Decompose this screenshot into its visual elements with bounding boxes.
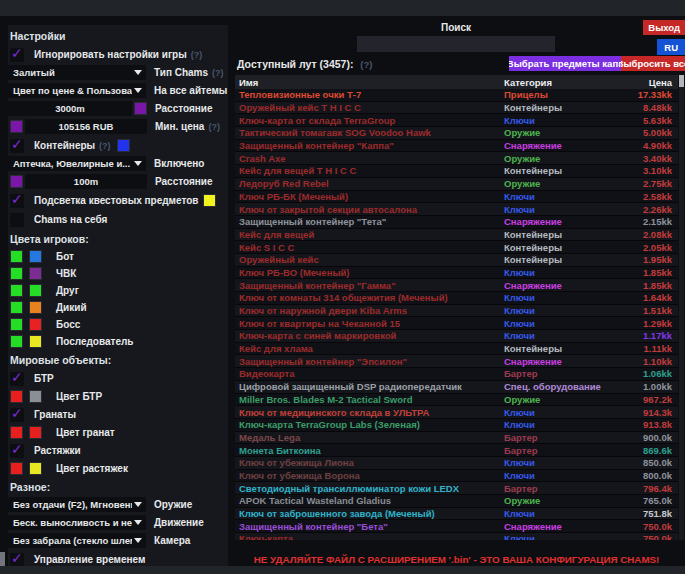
checkbox-row-chams-self[interactable]: Chams на себя [8,212,228,227]
loot-row[interactable]: Кейс для хламаКонтейнеры1.11kk [235,343,678,356]
loot-row[interactable]: Crash AxeОружие3.40kk [235,152,678,165]
checkbox-row-containers[interactable]: Контейнеры (?) [8,138,228,153]
min-price-input[interactable]: 105156 RUB [25,119,147,134]
hidden-color-swatch[interactable] [29,462,42,475]
language-button[interactable]: RU [657,39,685,55]
loot-row[interactable]: Miller Bros. Blades M-2 Tactical SwordОр… [235,394,678,407]
visible-color-swatch[interactable] [10,250,23,263]
loot-row[interactable]: Ключ РБ-ВО (Меченый)Ключи1.85kk [235,267,678,280]
visible-color-swatch[interactable] [10,267,23,280]
loot-row[interactable]: Ключ-карта с синей маркировкойКлючи1.17k… [235,330,678,343]
loot-row[interactable]: Ключ РБ-БК (Меченый)Ключи2.58kk [235,191,678,204]
min-price-color-swatch[interactable] [10,120,23,133]
loot-distance-color-swatch[interactable] [10,175,23,188]
checkbox-row-grenades[interactable]: Гранаты [8,407,228,422]
item-name: Ключ от квартиры на Чеканной 15 [235,318,504,329]
checkbox-quest-highlight[interactable] [10,194,24,208]
checkbox-row-quest-highlight[interactable]: Подсветка квестовых предметов [8,193,228,208]
loot-row[interactable]: Ключ-карта от склада TerraGroupКлючи5.63… [235,114,678,127]
checkbox-btr[interactable] [10,372,24,386]
loot-row[interactable]: Защищенный контейнер "Бета"Снаряжение750… [235,520,678,533]
loot-row[interactable]: Кейс для вещей T H I C CКонтейнеры3.10kk [235,165,678,178]
loot-row[interactable]: ВидеокартаБартер1.06kk [235,368,678,381]
loot-row[interactable]: Ключ-карта...Ключи750.0k [235,533,678,540]
drop-all-button[interactable]: Выбросить все [621,56,685,71]
column-header-name[interactable]: Имя [235,77,504,88]
column-header-category[interactable]: Категория [504,77,614,88]
checkbox-containers[interactable] [10,139,24,153]
loot-row[interactable]: Ключ-карта TerraGroup Labs (Зеленая)Ключ… [235,419,678,432]
weapon-dropdown[interactable]: Без отдачи (F2), Мгновенное п [8,497,146,512]
help-icon[interactable]: (?) [191,50,203,60]
loot-row[interactable]: Защищенный контейнер "Тета"Снаряжение2.1… [235,216,678,229]
checkbox-chams-self[interactable] [10,213,24,227]
help-icon[interactable]: (?) [360,59,372,70]
visible-color-swatch[interactable] [10,390,23,403]
hidden-color-swatch[interactable] [29,284,42,297]
select-kappa-button[interactable]: Выбрать предметы каппа [509,56,627,71]
loot-filter-dropdown[interactable]: Аптечка, Ювелирные и... [8,156,146,171]
hidden-color-swatch[interactable] [29,301,42,314]
loot-row[interactable]: Цифровой защищенный DSP радиопередатчикС… [235,381,678,394]
exit-button[interactable]: Выход [643,20,685,35]
visible-color-swatch[interactable] [10,301,23,314]
loot-row[interactable]: Медаль LegaБартер900.0k [235,432,678,445]
loot-row[interactable]: Ключ от квартиры на Чеканной 15Ключи1.29… [235,317,678,330]
movement-dropdown[interactable]: Беск. выносливость и нет уста [8,515,146,530]
loot-row[interactable]: Защищенный контейнер "Каппа"Снаряжение4.… [235,140,678,153]
loot-row[interactable]: Кейс для вещейКонтейнеры2.08kk [235,229,678,242]
loot-row[interactable]: Ключ от наружной двери Kiba ArmsКлючи1.5… [235,305,678,318]
loot-row[interactable]: APOK Tactical Wasteland GladiusОружие765… [235,495,678,508]
distance-color-swatch[interactable] [134,102,147,115]
help-icon[interactable]: (?) [208,122,220,132]
loot-row[interactable]: Ключ от закрытой секции автосалонаКлючи2… [235,203,678,216]
loot-row[interactable]: Ключ от заброшенного завода (Меченый)Клю… [235,508,678,521]
loot-row[interactable]: Монета БиткоинаБартер869.6k [235,444,678,457]
hidden-color-swatch[interactable] [29,318,42,331]
checkbox-row-tripwires[interactable]: Растяжки [8,443,228,458]
scrollbar-thumb[interactable] [679,75,684,87]
column-header-price[interactable]: Цена [614,77,678,88]
checkbox-grenades[interactable] [10,408,24,422]
loot-row[interactable]: Защищенный контейнер "Эпсилон"Снаряжение… [235,355,678,368]
visible-color-swatch[interactable] [10,335,23,348]
checkbox-tripwires[interactable] [10,444,24,458]
visible-color-swatch[interactable] [10,284,23,297]
checkbox-ignore-game-settings[interactable] [10,48,24,62]
color-mode-dropdown[interactable]: Цвет по цене & Пользователь [8,83,146,98]
loot-row[interactable]: Защищенный контейнер "Гамма"Снаряжение1.… [235,279,678,292]
checkbox-row-btr[interactable]: БТР [8,371,228,386]
camera-dropdown[interactable]: Без забрала (стекло шлема) [8,533,146,548]
hidden-color-swatch[interactable] [29,426,42,439]
max-distance-input[interactable]: 3000m [8,101,132,116]
search-input[interactable] [357,36,555,52]
loot-row[interactable]: Тепловизионные очки Т-7Прицелы17.33kk [235,89,678,102]
checkbox-row-time-control[interactable]: Управление временем [8,552,228,566]
loot-distance-input[interactable]: 100m [25,174,147,189]
loot-row[interactable]: Ключ от комнаты 314 общежития (Меченый)К… [235,292,678,305]
loot-row[interactable]: Ключ от убежища ЛионаКлючи850.0k [235,457,678,470]
loot-row[interactable]: Оружейный кейсКонтейнеры1.95kk [235,254,678,267]
visible-color-swatch[interactable] [10,318,23,331]
chams-type-dropdown[interactable]: Залитый [8,65,146,80]
containers-color-swatch[interactable] [117,139,130,152]
visible-color-swatch[interactable] [10,426,23,439]
loot-row[interactable]: Ключ от убежища ВоронаКлючи800.0k [235,470,678,483]
checkbox-row-ignore-game-settings[interactable]: Игнорировать настройки игры (?) [8,47,228,62]
hidden-color-swatch[interactable] [29,267,42,280]
loot-row[interactable]: Светодиодный трансиллюминатор кожи LEDXБ… [235,482,678,495]
help-icon[interactable]: (?) [212,68,224,78]
table-scrollbar[interactable] [679,75,684,540]
loot-row[interactable]: Кейс S I C CКонтейнеры2.05kk [235,241,678,254]
hidden-color-swatch[interactable] [29,390,42,403]
visible-color-swatch[interactable] [10,462,23,475]
hidden-color-swatch[interactable] [29,335,42,348]
checkbox-time-control[interactable] [10,553,24,567]
help-icon[interactable]: (?) [99,141,111,151]
hidden-color-swatch[interactable] [29,250,42,263]
quest-color-swatch[interactable] [203,194,216,207]
loot-row[interactable]: Ключ от медицинского склада в УЛЬТРАКлюч… [235,406,678,419]
loot-row[interactable]: Тактический томагавк SOG Voodoo HawkОруж… [235,127,678,140]
loot-row[interactable]: Оружейный кейс T H I C CКонтейнеры8.48kk [235,102,678,115]
loot-row[interactable]: Ледоруб Red RebelОружие2.75kk [235,178,678,191]
